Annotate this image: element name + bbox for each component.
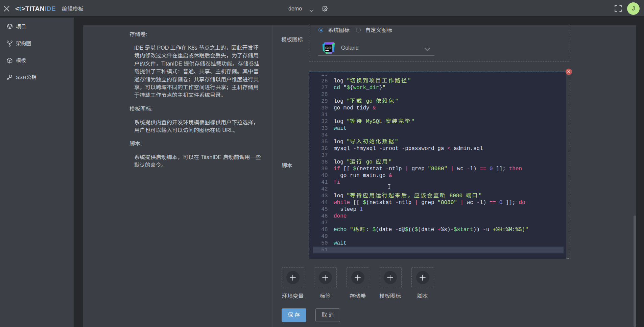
svg-text:GO: GO	[326, 46, 332, 50]
